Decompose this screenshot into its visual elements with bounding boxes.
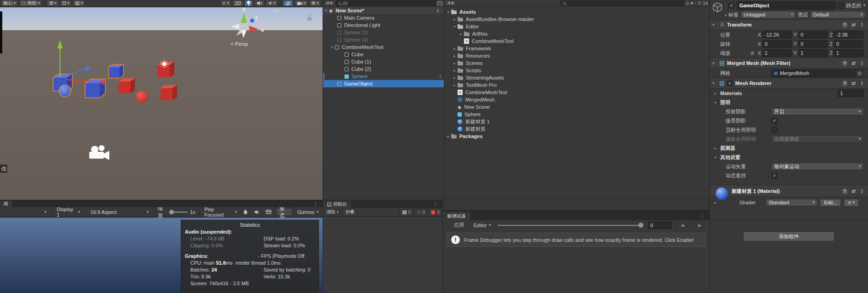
help-icon[interactable] — [842, 188, 848, 194]
scene-view[interactable]: 轴心 局部 2D — [0, 0, 323, 200]
dynamic-occlusion-checkbox[interactable] — [771, 173, 777, 179]
selected-sphere[interactable] — [59, 85, 71, 97]
foldout-closed-icon[interactable] — [445, 134, 451, 139]
materials-count-field[interactable]: 1 — [838, 90, 863, 97]
frame-slider-knob[interactable] — [638, 223, 643, 228]
warning-count-badge[interactable]: 0 — [414, 208, 428, 216]
static-dropdown-icon[interactable] — [863, 4, 865, 7]
foldout-closed-icon[interactable] — [452, 83, 458, 87]
foldout-open-icon[interactable] — [712, 101, 718, 105]
layer-dropdown[interactable]: Default — [810, 11, 865, 18]
foldout-open-icon[interactable] — [712, 23, 717, 27]
project-item-scenes[interactable]: Scenes — [444, 59, 709, 67]
create-asset-button[interactable] — [446, 0, 456, 6]
cast-shadows-dropdown[interactable]: 开启 — [771, 108, 863, 115]
target-dropdown[interactable]: Editor — [472, 221, 492, 229]
add-component-button[interactable]: 添加组件 — [743, 231, 835, 241]
project-item-material-1[interactable]: 新建材质 1 — [444, 118, 709, 125]
foldout-open-icon[interactable] — [712, 155, 718, 160]
favorites-icon[interactable] — [695, 1, 696, 5]
shader-dropdown[interactable]: Standard — [766, 199, 817, 206]
red-sphere[interactable] — [136, 91, 148, 103]
hierarchy-item-cube-1[interactable]: Cube (1) — [323, 58, 444, 65]
presets-icon[interactable] — [852, 189, 856, 194]
kebab-menu-icon[interactable] — [859, 81, 864, 86]
project-item-resources[interactable]: Resources — [444, 52, 709, 59]
rotation-z-field[interactable]: 0 — [834, 40, 863, 48]
render-mode-dropdown[interactable] — [221, 0, 231, 6]
object-picker-icon[interactable] — [856, 70, 863, 77]
hierarchy-item-cube-2[interactable]: Cube (2) — [323, 65, 444, 73]
help-icon[interactable] — [842, 60, 848, 66]
active-checkbox[interactable] — [728, 3, 734, 9]
hierarchy-search-input[interactable]: All — [336, 0, 436, 6]
mute-audio-toggle[interactable] — [253, 208, 261, 216]
static-checkbox[interactable] — [838, 3, 844, 9]
edge-panel-tab[interactable]: 伐 — [0, 165, 7, 173]
frame-number-field[interactable]: 0 — [648, 222, 672, 229]
info-count-badge[interactable]: 0 — [399, 208, 414, 216]
hierarchy-item-sphere-2[interactable]: Sphere (2) — [323, 36, 444, 43]
project-item-artres[interactable]: ArtRes — [444, 30, 709, 37]
scene-lighting-toggle[interactable] — [244, 0, 253, 6]
project-item-textmeshpro[interactable]: TextMesh Pro — [444, 81, 709, 89]
scene-audio-toggle[interactable] — [254, 0, 264, 6]
hierarchy-item-combinemeshtest[interactable]: CombineMeshTest — [323, 43, 444, 51]
project-item-editor[interactable]: Editor — [444, 23, 709, 30]
project-item-combinemeshtool[interactable]: CombineMeshTool — [444, 37, 709, 45]
project-item-assetbundles[interactable]: AssetBundles-Browser-master — [444, 16, 709, 23]
stats-grid-toggle[interactable] — [264, 208, 273, 216]
hierarchy-item-cube[interactable]: Cube — [323, 51, 444, 58]
move-snap-dropdown[interactable] — [60, 0, 71, 6]
contribute-gi-checkbox[interactable] — [771, 127, 777, 133]
game-tab[interactable]: 戏 — [0, 201, 12, 207]
scene-effects-dropdown[interactable] — [266, 0, 277, 6]
next-frame-button[interactable] — [693, 221, 706, 229]
project-search-input[interactable] — [561, 0, 684, 6]
foldout-closed-icon[interactable] — [452, 17, 458, 21]
foldout-closed-icon[interactable] — [452, 61, 458, 65]
scene-picker-icon[interactable] — [437, 1, 442, 5]
help-icon[interactable] — [842, 80, 848, 86]
hierarchy-scene-row[interactable]: New Scene* — [323, 7, 444, 14]
grid-snap-dropdown[interactable] — [47, 0, 58, 6]
presets-icon[interactable] — [852, 81, 856, 86]
project-item-combinemeshtest[interactable]: CombineMeshTest — [444, 89, 709, 96]
zoom-slider-knob[interactable] — [169, 210, 174, 214]
frame-debugger-tab[interactable]: 帧调试器 — [443, 212, 470, 220]
kebab-menu-icon[interactable] — [313, 201, 318, 207]
other-settings-foldout-row[interactable]: 其他设置 — [710, 153, 868, 162]
error-count-badge[interactable]: 0 — [427, 208, 442, 216]
foldout-closed-icon[interactable] — [452, 47, 458, 51]
increment-snap-dropdown[interactable] — [73, 0, 85, 6]
red-cube-3[interactable] — [161, 85, 177, 100]
foldout-open-icon[interactable] — [445, 10, 451, 14]
console-tab[interactable]: 控制台 — [323, 201, 351, 208]
mesh-renderer-component-header[interactable]: Mesh Renderer — [710, 78, 868, 89]
scene-visibility-toggle[interactable] — [283, 0, 293, 6]
receive-shadows-checkbox[interactable] — [771, 118, 777, 124]
console-log-area[interactable] — [323, 217, 442, 293]
rotation-x-field[interactable]: 0 — [762, 40, 792, 48]
display-dropdown[interactable]: Display 1 — [55, 208, 81, 216]
red-cube-1[interactable] — [119, 78, 135, 93]
tag-dropdown[interactable]: Untagged — [741, 11, 796, 18]
presets-icon[interactable] — [852, 61, 856, 66]
foldout-open-icon[interactable] — [452, 25, 458, 29]
project-item-packages[interactable]: Packages — [444, 133, 709, 140]
perspective-label[interactable]: < Persp — [231, 41, 248, 47]
scale-y-field[interactable]: 1 — [798, 49, 828, 57]
mesh-object-field[interactable]: MergedMesh — [771, 69, 863, 77]
constrained-proportions-icon[interactable] — [749, 50, 756, 56]
help-icon[interactable] — [842, 22, 848, 28]
scene-camera-dropdown[interactable] — [295, 0, 308, 6]
gameobject-type-icon[interactable] — [712, 1, 726, 18]
transform-component-header[interactable]: Transform — [710, 19, 868, 30]
project-item-assets[interactable]: Assets — [444, 8, 709, 16]
hierarchy-item-directional-light[interactable]: Directional Light — [323, 21, 444, 29]
kebab-menu-icon[interactable] — [700, 213, 705, 219]
foldout-open-icon[interactable] — [712, 81, 717, 85]
foldout-closed-icon[interactable] — [712, 146, 718, 150]
game-view-menu-dropdown[interactable] — [43, 208, 48, 216]
hierarchy-item-sphere-1[interactable]: Sphere (1) — [323, 29, 444, 36]
